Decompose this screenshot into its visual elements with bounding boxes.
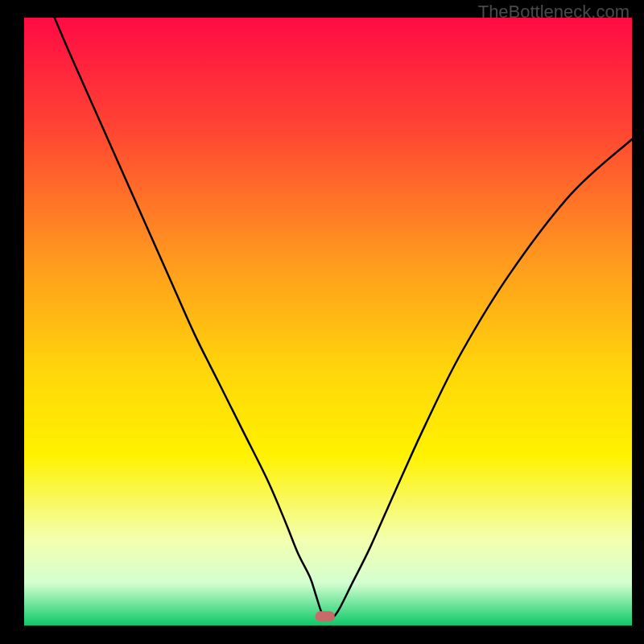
minimum-marker: [316, 611, 335, 621]
bottleneck-chart: [24, 18, 632, 625]
gradient-background: [24, 18, 632, 625]
chart-svg: [24, 18, 632, 625]
chart-frame: [12, 18, 632, 638]
